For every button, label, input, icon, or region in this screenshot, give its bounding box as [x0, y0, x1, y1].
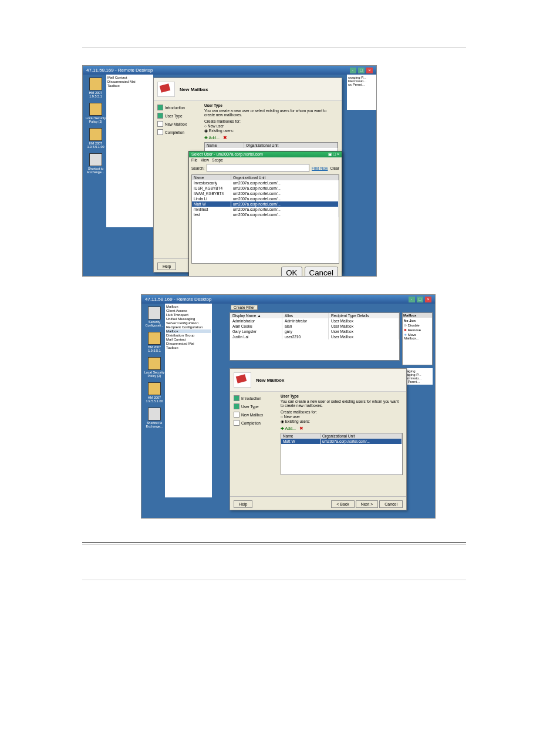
- desktop-icon[interactable]: HM 2007 1.9.5.5.1.00: [143, 382, 166, 403]
- menu-view[interactable]: View: [201, 158, 209, 162]
- desktop-icon[interactable]: Local Security Policy (2): [143, 357, 166, 378]
- step-completion[interactable]: Completion: [157, 129, 197, 135]
- close-icon[interactable]: ×: [425, 297, 431, 302]
- wizard-header: New Mailbox: [154, 78, 342, 101]
- tree-node[interactable]: Hub Transport: [166, 313, 211, 317]
- table-row[interactable]: Matt Wum2007a.corp.nortel.com/...: [192, 201, 339, 207]
- ok-button[interactable]: OK: [281, 267, 302, 276]
- section-description: You can create a new user or select exis…: [281, 399, 403, 408]
- col-display-name[interactable]: Display Name ▲: [230, 313, 282, 318]
- window-controls[interactable]: - □ ×: [349, 68, 373, 73]
- desktop-icon[interactable]: Shortcut to Exchange...: [85, 153, 107, 174]
- table-row[interactable]: Justin Laiuser2210User Mailbox: [230, 334, 399, 339]
- cancel-button[interactable]: Cancel: [379, 500, 403, 508]
- table-row[interactable]: Investorscarlyum2007a.corp.nortel.com/..…: [192, 180, 339, 186]
- menu-scope[interactable]: Scope: [212, 158, 222, 162]
- end-rule: [82, 542, 466, 543]
- dialog-controls[interactable]: ▣ □ ×: [328, 152, 339, 157]
- desktop-icon[interactable]: HM 2007 1.9.5.5.1.00: [85, 128, 107, 149]
- radio-new-user[interactable]: New user: [281, 415, 403, 419]
- add-remove-row: ✚ Add... ✖: [281, 426, 403, 431]
- table-row[interactable]: IWAM_KGBYBT4um2007a.corp.nortel.com/...: [192, 191, 339, 196]
- col-name[interactable]: Name: [281, 433, 321, 439]
- panel-item[interactable]: ss Permi...: [348, 83, 375, 86]
- tree-node[interactable]: Mailbox: [166, 329, 211, 333]
- tree-node[interactable]: Client Access: [166, 309, 211, 312]
- tree-node[interactable]: Unified Messaging: [166, 317, 211, 321]
- table-row[interactable]: Matt W um2007a.corp.nortel.com/...: [281, 439, 402, 444]
- col-ou[interactable]: Organizational Unit: [244, 143, 338, 148]
- menu-file[interactable]: File: [191, 158, 197, 162]
- table-row[interactable]: testum2007a.corp.nortel.com/...: [192, 212, 339, 217]
- table-row[interactable]: mvditestum2007a.corp.nortel.com/...: [192, 207, 339, 212]
- dialog-buttons: OK Cancel: [189, 265, 342, 276]
- dialog-menu: File View Scope: [189, 157, 342, 163]
- minimize-icon[interactable]: -: [350, 68, 356, 73]
- col-ou[interactable]: Organizational Unit: [321, 433, 402, 439]
- next-button[interactable]: Next >: [356, 500, 378, 508]
- create-filter-button[interactable]: Create Filter: [231, 305, 258, 310]
- step-user-type[interactable]: User Type: [157, 113, 197, 119]
- wizard-content: User Type You can create a new user or s…: [277, 392, 406, 496]
- tree-node[interactable]: Mail Contact: [166, 338, 211, 341]
- action-disable[interactable]: ⊘ Disable: [404, 323, 431, 327]
- desktop-icon[interactable]: Shortcut to Exchange...: [143, 408, 166, 428]
- col-name[interactable]: Name: [205, 143, 244, 148]
- maximize-icon[interactable]: □: [417, 297, 423, 302]
- col-ou[interactable]: Organizational Unit: [231, 175, 339, 180]
- table-row[interactable]: Gary LongstergaryUser Mailbox: [230, 329, 399, 334]
- help-button[interactable]: Help: [157, 263, 176, 270]
- step-new-mailbox[interactable]: New Mailbox: [157, 121, 197, 127]
- tree-node[interactable]: Disconnected Mai: [166, 342, 211, 345]
- tree-node[interactable]: Toolbox: [166, 346, 211, 349]
- radio-existing-users[interactable]: Existing users:: [204, 129, 338, 133]
- radio-new-user[interactable]: New user: [204, 124, 338, 128]
- desktop-icon[interactable]: HM 2007 1.9.5.5.1: [85, 78, 107, 98]
- table-row[interactable]: AdministratorAdministratorUser Mailbox: [230, 318, 399, 324]
- maximize-icon[interactable]: □: [358, 68, 365, 73]
- actions-head: Mailbox: [403, 313, 432, 318]
- tree-node[interactable]: Toolbox: [107, 84, 152, 88]
- cancel-button[interactable]: Cancel: [305, 267, 339, 276]
- wizard-title: New Mailbox: [256, 378, 284, 383]
- table-row[interactable]: IUSR_KGBYBT4um2007a.corp.nortel.com/...: [192, 186, 339, 191]
- minimize-icon[interactable]: -: [409, 297, 415, 302]
- table-row[interactable]: Linda Lium2007a.corp.nortel.com/...: [192, 196, 339, 201]
- find-now-link[interactable]: Find Now: [312, 166, 328, 170]
- tree-node[interactable]: Recipient Configuration: [166, 325, 211, 329]
- clear-link[interactable]: Clear: [330, 166, 339, 170]
- col-name[interactable]: Name: [192, 175, 231, 180]
- action-remove[interactable]: ✖ Remove: [404, 328, 431, 332]
- remote-desktop-window-1: 47.11.58.169 - Remote Desktop - □ × HM 2…: [82, 65, 377, 277]
- step-introduction[interactable]: Introduction: [157, 105, 197, 110]
- tree-node[interactable]: Mail Contact: [107, 76, 152, 79]
- close-icon[interactable]: ×: [366, 68, 373, 73]
- tree-node[interactable]: Server Configuration: [166, 321, 211, 325]
- step-new-mailbox[interactable]: New Mailbox: [234, 412, 274, 418]
- step-completion[interactable]: Completion: [234, 420, 274, 426]
- wizard-footer: Help < Back Next > Cancel: [230, 496, 406, 511]
- table-row[interactable]: Alan CookualanUser Mailbox: [230, 324, 399, 329]
- tree-node[interactable]: Distribution Group: [166, 334, 211, 337]
- remote-desktop-window-2: 47.11.58.169 - Remote Desktop - □ × Secu…: [141, 294, 436, 519]
- back-button[interactable]: < Back: [331, 500, 355, 508]
- radio-existing-users[interactable]: Existing users:: [281, 419, 403, 424]
- step-introduction[interactable]: Introduction: [234, 395, 274, 401]
- add-button[interactable]: ✚ Add...: [204, 136, 220, 140]
- search-input[interactable]: [207, 164, 309, 172]
- col-recipient-type[interactable]: Recipient Type Details: [329, 313, 399, 318]
- tree-node[interactable]: Disconnected Mai: [107, 80, 152, 83]
- window-controls[interactable]: - □ ×: [408, 297, 431, 302]
- remove-icon[interactable]: ✖: [299, 426, 303, 431]
- add-button[interactable]: ✚ Add...: [281, 426, 296, 431]
- help-button[interactable]: Help: [234, 500, 252, 508]
- tree-node[interactable]: Mailbox: [166, 305, 211, 308]
- col-alias[interactable]: Alias: [282, 313, 329, 318]
- step-user-type[interactable]: User Type: [234, 403, 274, 409]
- desktop-icon[interactable]: HM 2007 1.9.5.5.1: [143, 332, 166, 352]
- desktop-icon[interactable]: Security Configurati...: [143, 307, 166, 327]
- remove-icon[interactable]: ✖: [223, 135, 227, 140]
- dialog-title-bar: Select User - um2007a.corp.nortel.com ▣ …: [189, 152, 342, 157]
- action-move[interactable]: ➔ Move Mailbox...: [404, 332, 431, 340]
- desktop-icon[interactable]: Local Security Policy (2): [85, 103, 107, 123]
